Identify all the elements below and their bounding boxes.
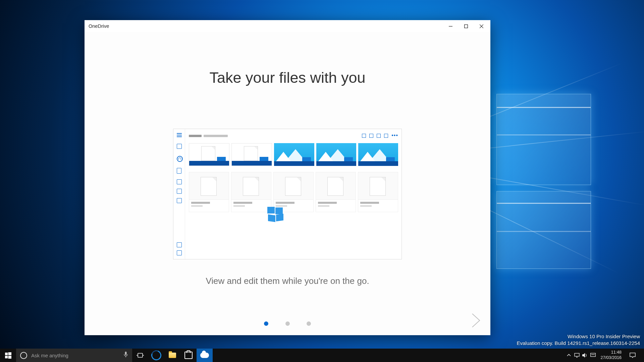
illus-featured-row: [189, 143, 398, 166]
onedrive-window: OneDrive Take your files with you: [85, 20, 490, 335]
next-button[interactable]: [466, 311, 485, 330]
welcome-heading: Take your files with you: [85, 69, 490, 86]
illus-nav-rail: [173, 129, 185, 259]
folder-icon: [169, 353, 176, 358]
file-tile: [231, 172, 271, 212]
file-tile: [316, 172, 356, 212]
windows-flag-icon: [267, 207, 283, 222]
volume-icon[interactable]: [581, 353, 589, 358]
nav-icon: [177, 198, 182, 203]
task-view-button[interactable]: [132, 349, 148, 362]
cortana-icon: [20, 352, 27, 359]
nav-icon: [177, 250, 182, 255]
close-button[interactable]: [474, 20, 489, 32]
taskbar-file-explorer[interactable]: [164, 349, 180, 362]
clock-time: 11:48: [600, 350, 622, 355]
window-content: Take your files with you: [85, 32, 490, 335]
watermark-line2: Evaluation copy. Build 14291.rs1_release…: [517, 340, 640, 347]
store-icon: [184, 352, 193, 359]
watermark-line1: Windows 10 Pro Insider Preview: [517, 333, 640, 340]
view-icon: [362, 134, 366, 138]
welcome-subheading: View and edit them while you're on the g…: [85, 276, 490, 286]
view-icon: [384, 134, 388, 138]
file-tile: [273, 172, 314, 212]
svg-marker-16: [582, 353, 585, 358]
edge-icon: [150, 349, 163, 362]
file-tile: [358, 172, 398, 212]
file-tile: [189, 172, 229, 212]
placeholder-text: [204, 135, 228, 137]
taskbar-clock[interactable]: 11:48 27/03/2016: [597, 350, 625, 360]
page-indicator: [85, 321, 490, 327]
placeholder-text: [189, 135, 202, 137]
microphone-icon[interactable]: [123, 352, 128, 359]
view-icon: [377, 134, 381, 138]
search-placeholder: Ask me anything: [31, 353, 68, 358]
svg-rect-6: [5, 356, 8, 358]
maximize-button[interactable]: [458, 20, 474, 32]
taskbar-store[interactable]: [180, 349, 197, 362]
taskbar-onedrive[interactable]: [197, 349, 213, 362]
nav-icon: [177, 189, 182, 194]
view-icon: [369, 134, 373, 138]
svg-rect-7: [8, 356, 11, 359]
hamburger-icon: [177, 133, 181, 137]
window-title: OneDrive: [89, 23, 109, 29]
svg-rect-1: [464, 24, 468, 28]
system-tray: 11:48 27/03/2016: [565, 349, 644, 362]
cloud-icon: [200, 353, 209, 358]
person-icon: [177, 156, 183, 162]
wallpaper-pane: [496, 191, 591, 269]
file-icon: [177, 168, 181, 174]
folder-card: [231, 143, 272, 166]
wallpaper-pane: [496, 94, 591, 185]
page-dot-1[interactable]: [264, 321, 268, 326]
more-icon: •••: [391, 134, 398, 138]
onedrive-illustration: •••: [173, 129, 402, 259]
desktop-wallpaper: Windows 10 Pro Insider Preview Evaluatio…: [0, 0, 644, 349]
illus-toolbar: •••: [189, 132, 398, 139]
start-button[interactable]: [0, 349, 16, 362]
photo-card: [274, 143, 314, 166]
folder-card: [189, 143, 229, 166]
svg-rect-8: [125, 352, 127, 355]
taskbar-edge[interactable]: [148, 349, 164, 362]
network-icon[interactable]: [573, 353, 581, 358]
window-titlebar[interactable]: OneDrive: [85, 20, 490, 32]
action-center-icon[interactable]: [625, 352, 640, 358]
svg-rect-10: [138, 353, 143, 357]
minimize-button[interactable]: [443, 20, 458, 32]
illus-files-row: [189, 172, 398, 212]
svg-rect-4: [5, 352, 8, 355]
nav-icon: [177, 179, 182, 184]
input-language-icon[interactable]: [589, 353, 597, 358]
page-dot-2[interactable]: [285, 321, 290, 326]
tray-overflow-icon[interactable]: [565, 353, 573, 357]
cortana-search[interactable]: Ask me anything: [16, 349, 132, 362]
svg-rect-5: [8, 352, 11, 355]
photo-card: [358, 143, 398, 166]
page-dot-3[interactable]: [307, 321, 311, 326]
photo-card: [316, 143, 356, 166]
nav-icon: [177, 242, 182, 247]
svg-rect-13: [575, 353, 579, 356]
desktop-watermark: Windows 10 Pro Insider Preview Evaluatio…: [517, 333, 640, 347]
taskbar: Ask me anything 11:48 27/03/2016: [0, 349, 644, 362]
clock-date: 27/03/2016: [600, 355, 622, 361]
nav-icon: [177, 144, 182, 149]
